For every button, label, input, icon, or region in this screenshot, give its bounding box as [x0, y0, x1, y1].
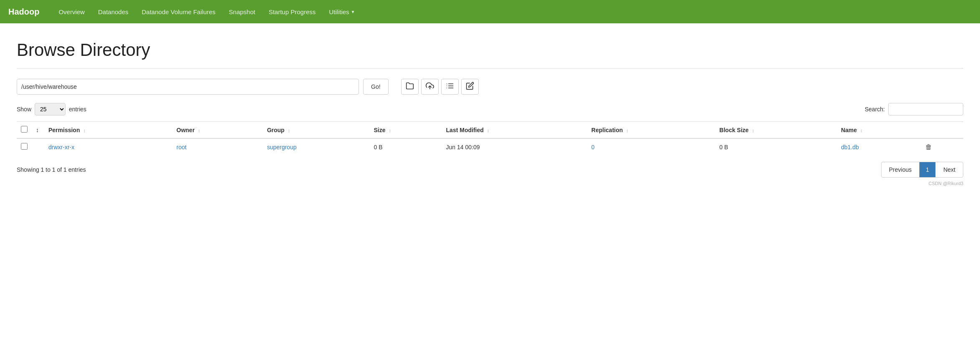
row-block-size-cell: 0 B — [715, 138, 837, 155]
show-label: Show — [17, 106, 31, 113]
list-icon — [446, 82, 454, 92]
path-input[interactable] — [17, 79, 359, 95]
table-body: drwxr-xr-x root supergroup 0 B Jun 14 00… — [17, 138, 963, 155]
replication-sort-arrows: ↕ — [626, 128, 629, 133]
row-size-cell: 0 B — [370, 138, 442, 155]
pagination-bar: Showing 1 to 1 of 1 entries Previous 1 N… — [17, 162, 963, 178]
next-button[interactable]: Next — [935, 162, 963, 178]
list-icon-button[interactable] — [441, 79, 459, 95]
row-name-cell: db1.db — [837, 138, 921, 155]
folder-icon-button[interactable] — [401, 79, 419, 95]
th-num[interactable]: ↕ — [32, 122, 44, 139]
nav-item-datanodes: Datanodes — [91, 1, 135, 23]
main-content: Browse Directory Go! — [0, 23, 980, 194]
row-replication-cell: 0 — [587, 138, 715, 155]
row-name-link[interactable]: db1.db — [841, 144, 859, 150]
search-box: Search: — [865, 103, 963, 115]
th-num-arrows: ↕ — [36, 127, 39, 133]
current-page-number: 1 — [919, 162, 935, 178]
owner-sort-arrows: ↕ — [198, 128, 200, 133]
search-input[interactable] — [888, 103, 963, 115]
nav-item-utilities: Utilities ▼ — [322, 1, 361, 23]
last-modified-sort-arrows: ↕ — [487, 128, 490, 133]
upload-icon-button[interactable] — [421, 79, 439, 95]
th-name[interactable]: Name ↕ — [837, 122, 921, 139]
nav-item-datanode-volume-failures: Datanode Volume Failures — [135, 1, 222, 23]
path-bar: Go! — [17, 79, 963, 95]
go-button[interactable]: Go! — [363, 79, 389, 95]
navbar-brand[interactable]: Hadoop — [8, 7, 39, 17]
select-all-checkbox[interactable] — [21, 126, 28, 133]
name-sort-arrows: ↕ — [860, 128, 863, 133]
th-replication[interactable]: Replication ↕ — [587, 122, 715, 139]
page-title: Browse Directory — [17, 40, 963, 60]
row-last-modified-cell: Jun 14 00:09 — [442, 138, 587, 155]
nav-link-startup-progress[interactable]: Startup Progress — [262, 1, 323, 23]
group-sort-arrows: ↕ — [288, 128, 290, 133]
th-owner[interactable]: Owner ↕ — [172, 122, 263, 139]
table-header-row: ↕ Permission ↕ Owner ↕ Group ↕ Size ↕ — [17, 122, 963, 139]
nav-item-snapshot: Snapshot — [222, 1, 262, 23]
folder-icon — [406, 82, 414, 92]
th-group[interactable]: Group ↕ — [263, 122, 370, 139]
th-last-modified[interactable]: Last Modified ↕ — [442, 122, 587, 139]
th-size[interactable]: Size ↕ — [370, 122, 442, 139]
th-select-all — [17, 122, 32, 139]
data-table: ↕ Permission ↕ Owner ↕ Group ↕ Size ↕ — [17, 121, 963, 155]
nav-link-datanode-volume-failures[interactable]: Datanode Volume Failures — [135, 1, 222, 23]
nav-link-snapshot[interactable]: Snapshot — [222, 1, 262, 23]
paste-icon-button[interactable] — [461, 79, 479, 95]
permission-sort-arrows: ↕ — [83, 128, 86, 133]
utilities-dropdown-arrow: ▼ — [351, 10, 355, 14]
icon-buttons — [401, 79, 479, 95]
entries-select[interactable]: 10 25 50 100 — [35, 103, 66, 115]
row-owner-cell: root — [172, 138, 263, 155]
search-label: Search: — [865, 106, 885, 113]
table-header: ↕ Permission ↕ Owner ↕ Group ↕ Size ↕ — [17, 122, 963, 139]
upload-icon — [426, 82, 434, 92]
nav-item-startup-progress: Startup Progress — [262, 1, 323, 23]
showing-info: Showing 1 to 1 of 1 entries — [17, 166, 86, 173]
watermark: CSDN @Rikurd3 — [17, 181, 963, 186]
row-actions-cell: 🗑 — [921, 138, 964, 155]
entries-label: entries — [69, 106, 86, 113]
th-actions — [921, 122, 964, 139]
nav-link-utilities[interactable]: Utilities ▼ — [322, 1, 361, 23]
row-checkbox-cell — [17, 138, 32, 155]
title-divider — [17, 68, 963, 69]
row-num-cell — [32, 138, 44, 155]
row-checkbox[interactable] — [21, 143, 28, 150]
nav-link-datanodes[interactable]: Datanodes — [91, 1, 135, 23]
table-row: drwxr-xr-x root supergroup 0 B Jun 14 00… — [17, 138, 963, 155]
navbar-nav: Overview Datanodes Datanode Volume Failu… — [52, 1, 361, 23]
row-permission-link[interactable]: drwxr-xr-x — [48, 144, 74, 150]
nav-link-overview[interactable]: Overview — [52, 1, 91, 23]
table-controls: Show 10 25 50 100 entries Search: — [17, 103, 963, 115]
nav-item-overview: Overview — [52, 1, 91, 23]
delete-icon[interactable]: 🗑 — [925, 143, 932, 150]
row-replication-link[interactable]: 0 — [591, 144, 595, 150]
th-block-size[interactable]: Block Size ↕ — [715, 122, 837, 139]
row-group-link[interactable]: supergroup — [267, 144, 297, 150]
pagination-buttons: Previous 1 Next — [881, 162, 963, 178]
paste-icon — [466, 82, 474, 92]
previous-button[interactable]: Previous — [881, 162, 919, 178]
th-permission[interactable]: Permission ↕ — [44, 122, 172, 139]
row-permission-cell: drwxr-xr-x — [44, 138, 172, 155]
size-sort-arrows: ↕ — [389, 128, 391, 133]
block-size-sort-arrows: ↕ — [752, 128, 755, 133]
navbar: Hadoop Overview Datanodes Datanode Volum… — [0, 0, 980, 23]
row-owner-link[interactable]: root — [177, 144, 187, 150]
row-group-cell: supergroup — [263, 138, 370, 155]
show-entries: Show 10 25 50 100 entries — [17, 103, 86, 115]
